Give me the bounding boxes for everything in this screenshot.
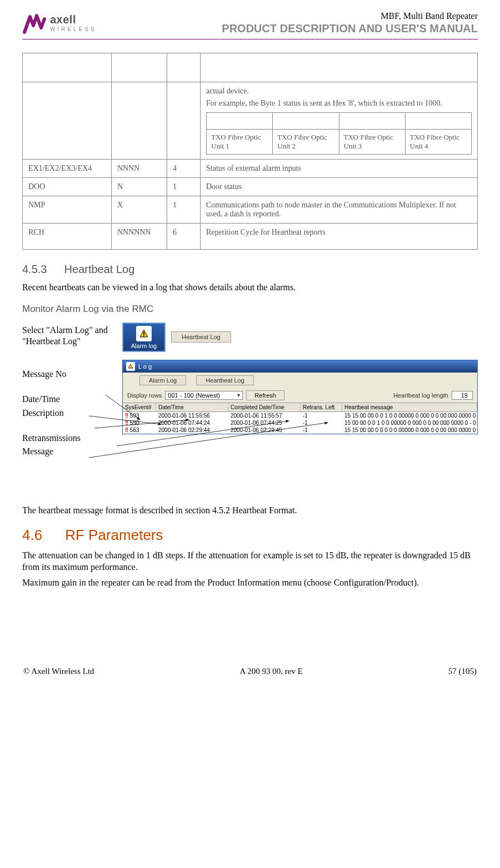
paragraph: Recent heartbeats can be viewed in a log… (22, 281, 478, 294)
footer-right: 57 (105) (448, 667, 477, 676)
alarm-log-icon (136, 326, 152, 341)
table-row: EX1/EX2/EX3/EX4 NNNN 4 Status of externa… (23, 160, 478, 178)
callout-message: Message (22, 446, 121, 458)
log-row[interactable]: 563 2000-01-06 02:29:44 2000-01-06 02:29… (123, 426, 477, 434)
display-rows-dropdown[interactable]: 001 - 100 (Newest) (165, 391, 243, 400)
svg-rect-6 (143, 335, 144, 336)
tab-heartbeat-log[interactable]: Heartbeat Log (196, 375, 254, 385)
inner-cell: TXO Fibre Optic Unit 3 (339, 130, 405, 155)
subsection-heading: Monitor Alarm Log via the RMC (22, 304, 478, 315)
table-row: RCH NNNNNN 6 Repetition Cycle for Heartb… (23, 224, 478, 250)
section-heading-46: 4.6 RF Parameters (22, 527, 478, 544)
brand-name: axell (50, 13, 97, 26)
table-row: actual device. For example, the Byte 1 s… (23, 82, 478, 160)
paragraph: The attenuation can be changed in 1 dB s… (22, 549, 478, 573)
tab-alarm-log[interactable]: Alarm Log (139, 375, 186, 385)
log-window: L o g Alarm Log Heartbeat Log Display ro… (122, 360, 478, 434)
page-footer: © Axell Wireless Ltd A 200 93 00, rev E … (22, 667, 478, 676)
callout-datetime: Date/Time (22, 394, 121, 405)
paragraph: The heartbeat message format is describe… (22, 504, 478, 517)
brand-logo: axell WIRELESS (22, 11, 97, 36)
inner-cell: TXO Fibre Optic Unit 4 (405, 130, 471, 155)
callout-description: Description (22, 408, 121, 419)
window-icon (126, 362, 135, 371)
log-window-titlebar: L o g (123, 360, 477, 373)
section-heading-453: 4.5.3 Heartbeat Log (22, 263, 478, 276)
callout-select: Select "Alarm Log" and "Heartbeat Log" (22, 325, 121, 348)
callout-retrans: Retransmissions (22, 433, 121, 444)
page-header: axell WIRELESS MBF, Multi Band Repeater … (22, 11, 478, 39)
heartbeat-fields-table: actual device. For example, the Byte 1 s… (22, 53, 478, 250)
paragraph: Maximum gain in the repeater can be read… (22, 577, 478, 589)
heartbeat-log-tab[interactable]: Heartbeat Log (171, 331, 231, 343)
alarm-log-button[interactable]: Alarm log (122, 323, 166, 352)
table-cell-text: actual device. (206, 87, 472, 96)
log-row[interactable]: 593 2000-01-06 11:55:56 2000-01-06 11:55… (123, 412, 477, 419)
doc-title-line2: PRODUCT DESCRIPTION AND USER'S MANUAL (222, 22, 478, 35)
table-row (23, 53, 478, 82)
brand-logo-icon (22, 11, 47, 36)
log-row[interactable]: 590 2000-01-06 07:44:24 2000-01-06 07:44… (123, 419, 477, 426)
doc-title-line1: MBF, Multi Band Repeater (222, 11, 478, 21)
brand-sub: WIRELESS (50, 26, 97, 32)
inner-cell: TXO Fibre Optic Unit 1 (207, 130, 273, 155)
footer-left: © Axell Wireless Ltd (23, 667, 94, 676)
refresh-button[interactable]: Refresh (246, 390, 284, 400)
log-length-label: Heartbeat log length (393, 392, 448, 399)
table-cell-text: For example, the Byte 1 status is sent a… (206, 99, 472, 108)
callout-message-no: Message No (22, 369, 121, 380)
table-row: DOO N 1 Door status (23, 178, 478, 196)
footer-mid: A 200 93 00, rev E (240, 667, 303, 676)
inner-table: TXO Fibre Optic Unit 1 TXO Fibre Optic U… (206, 112, 472, 155)
log-length-value: 19 (452, 391, 473, 400)
svg-rect-5 (143, 332, 144, 335)
display-rows-label: Display rows (127, 392, 162, 399)
log-column-headers: SysEvent# Date/Time Completed Date/Time … (123, 403, 477, 412)
inner-cell: TXO Fibre Optic Unit 2 (273, 130, 339, 155)
table-row: NMP X 1 Communications path to node mast… (23, 196, 478, 224)
